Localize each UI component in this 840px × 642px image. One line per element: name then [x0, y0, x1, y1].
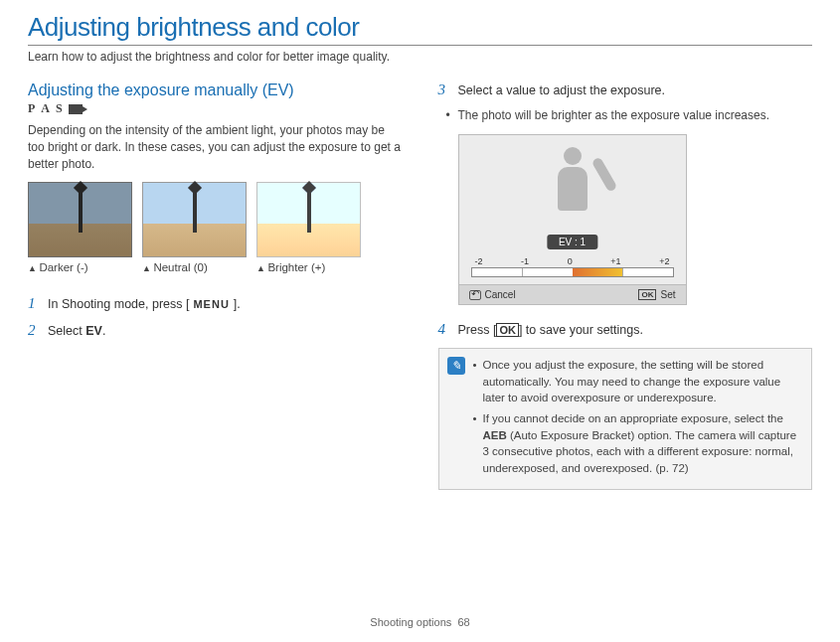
step-4-text-b: ] to save your settings. — [519, 323, 643, 337]
step-4: 4 Press [OK] to save your settings. — [438, 321, 813, 338]
page-subtitle: Learn how to adjust the brightness and c… — [28, 50, 812, 64]
ev-tick-minus1: -1 — [521, 256, 529, 266]
step-4-number: 4 — [438, 321, 452, 338]
note-bullet-2: If you cannot decide on an appropriate e… — [473, 410, 802, 477]
mode-video-icon — [69, 104, 83, 114]
thumb-label-brighter: Brighter (+) — [256, 261, 361, 273]
ev-value-badge: EV : 1 — [547, 235, 597, 249]
menu-button-label: MENU — [189, 298, 233, 310]
example-thumb-darker — [28, 182, 132, 257]
step-4-text-a: Press [ — [458, 323, 497, 337]
step-2-text-b: . — [102, 324, 105, 338]
page-footer: Shooting options 68 — [0, 616, 840, 628]
ev-preview-screen: EV : 1 -2 -1 0 +1 +2 — [458, 134, 687, 305]
thumb-label-darker: Darker (-) — [28, 261, 132, 273]
step-1: 1 In Shooting mode, press [MENU]. — [28, 295, 403, 312]
step-1-text-b: ]. — [234, 297, 241, 311]
cancel-label: Cancel — [485, 289, 516, 300]
ev-scale: -2 -1 0 +1 +2 — [471, 256, 674, 276]
section-heading-ev: Adjusting the exposure manually (EV) — [28, 81, 403, 99]
example-thumb-brighter — [256, 182, 361, 257]
mode-a-icon: A — [41, 101, 50, 116]
footer-page-number: 68 — [457, 616, 469, 628]
right-column: 3 Select a value to adjust the exposure.… — [438, 81, 813, 490]
ev-screen-footer: Cancel OK Set — [459, 284, 686, 304]
silhouette-figure — [549, 147, 596, 233]
ev-tick-plus2: +2 — [659, 256, 669, 266]
ok-icon-small: OK — [638, 289, 656, 300]
ev-tick-zero: 0 — [568, 256, 573, 266]
footer-section: Shooting options — [370, 616, 451, 628]
step-3-subtext: The photo will be brighter as the exposu… — [458, 108, 813, 122]
mode-icons-row: P A S — [28, 101, 403, 116]
ev-scale-bar — [471, 267, 674, 277]
page-title: Adjusting brightness and color — [28, 12, 812, 46]
step-2-number: 2 — [28, 322, 42, 339]
example-thumb-neutral — [142, 182, 247, 257]
mode-s-icon: S — [56, 101, 63, 116]
step-3: 3 Select a value to adjust the exposure. — [438, 81, 813, 98]
mode-p-icon: P — [28, 101, 35, 116]
step-2: 2 Select EV. — [28, 322, 403, 339]
step-2-text-a: Select — [48, 324, 85, 338]
note-icon: ✎ — [447, 357, 465, 375]
set-label: Set — [660, 289, 675, 300]
left-column: Adjusting the exposure manually (EV) P A… — [28, 81, 403, 490]
step-1-text-a: In Shooting mode, press [ — [48, 297, 189, 311]
ev-tick-minus2: -2 — [475, 256, 483, 266]
note-bullet-1: Once you adjust the exposure, the settin… — [473, 357, 802, 406]
step-3-number: 3 — [438, 81, 452, 98]
thumb-label-neutral: Neutral (0) — [142, 261, 247, 273]
intro-paragraph: Depending on the intensity of the ambien… — [28, 122, 403, 172]
step-3-text: Select a value to adjust the exposure. — [458, 83, 813, 97]
note-box: ✎ Once you adjust the exposure, the sett… — [438, 348, 813, 490]
ok-button-label: OK — [496, 323, 519, 337]
ev-tick-plus1: +1 — [610, 256, 620, 266]
back-icon — [469, 290, 481, 300]
step-2-ev-label: EV — [85, 324, 102, 338]
step-1-number: 1 — [28, 295, 42, 312]
ev-fill-indicator — [573, 268, 623, 276]
example-thumbnails — [28, 182, 403, 257]
aeb-label: AEB — [483, 429, 507, 441]
